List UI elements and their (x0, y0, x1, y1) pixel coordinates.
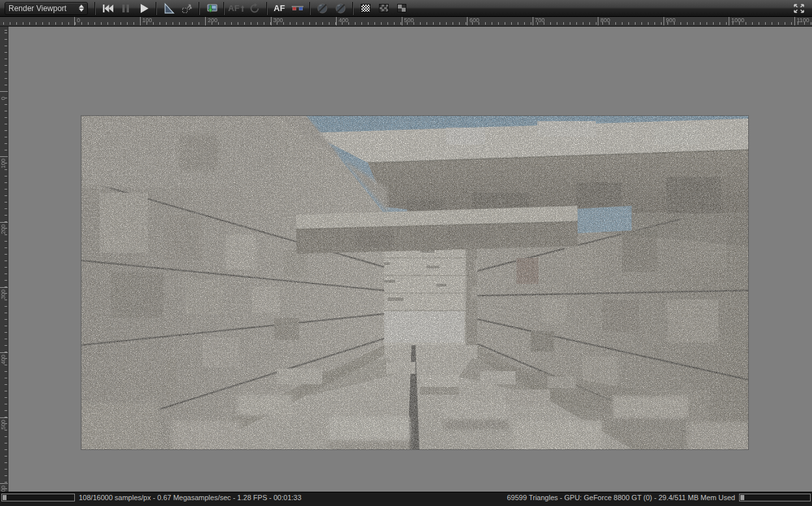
region-render-button[interactable] (178, 1, 196, 16)
toolbar-separator (309, 2, 311, 15)
vertical-ruler: 0100200300400500600 (0, 27, 8, 492)
ruler-label: 100 (140, 17, 206, 25)
render-viewport-window: Render Viewport (0, 0, 812, 506)
circular-arrow-icon (248, 2, 261, 15)
ruler-label: 0 (74, 17, 140, 25)
quad-squares-icon (397, 4, 406, 12)
toolbar: Render Viewport (0, 0, 812, 17)
play-render-button[interactable] (135, 1, 153, 16)
set-square-icon (162, 2, 175, 15)
autofocus-label: AF (273, 3, 285, 13)
toolbar-separator (94, 2, 96, 15)
toolbar-separator (199, 2, 200, 15)
horizontal-ruler: 010020030040050060070080090010001100 (0, 17, 812, 26)
ruler-label: 400 (0, 352, 8, 417)
toolbar-separator (266, 2, 268, 15)
ruler-label: 600 (467, 17, 533, 25)
scene-stats-text: 69599 Triangles - GPU: GeForce 8800 GT (… (503, 494, 739, 501)
pause-icon (119, 2, 132, 15)
ruler-label: 200 (205, 17, 271, 25)
ruler-label: 1100 (794, 17, 812, 25)
autofocus-lock-label: AF (228, 3, 239, 13)
pause-render-button[interactable] (117, 1, 135, 16)
dropdown-spinner-icon[interactable] (79, 5, 84, 12)
toolbar-separator (352, 2, 354, 15)
focus-picker-button[interactable] (160, 1, 178, 16)
save-image-button[interactable] (203, 1, 221, 16)
ruler-label: 0 (0, 91, 8, 156)
coarse-checkerboard-icon (379, 4, 389, 12)
ruler-label: 400 (336, 17, 402, 25)
refresh-focus-button[interactable] (245, 1, 264, 16)
ruler-label: 500 (402, 17, 468, 25)
ruler-label: 800 (598, 17, 664, 25)
3d-glasses-icon (290, 2, 305, 15)
ruler-label: 700 (533, 17, 598, 25)
render-progress-fill (3, 495, 7, 500)
render-stats-text: 108/16000 samples/px - 0.67 Megasamples/… (75, 494, 305, 501)
stereo-left-eye-button[interactable] (313, 1, 331, 16)
skip-to-start-icon (101, 2, 114, 15)
status-bar: 108/16000 samples/px - 0.67 Megasamples/… (0, 492, 812, 502)
fine-checker-background-button[interactable] (356, 1, 374, 16)
quad-view-button[interactable] (393, 1, 411, 16)
ruler-label: 1000 (729, 17, 794, 25)
play-icon (137, 2, 150, 15)
ruler-label: 500 (0, 417, 8, 483)
ruler-label: 100 (0, 156, 8, 221)
render-target-dropdown-value: Render Viewport (8, 4, 79, 13)
fullscreen-button[interactable] (790, 1, 808, 16)
restart-render-button[interactable] (98, 1, 117, 16)
horizontal-ruler-labels: 010020030040050060070080090010001100 (74, 17, 812, 26)
ruler-label: 300 (271, 17, 337, 25)
anaglyph-stereo-button[interactable] (288, 1, 307, 16)
up-arrow-icon (240, 5, 245, 12)
render-progress-bar (1, 494, 75, 501)
autofocus-button[interactable]: AF (270, 1, 288, 16)
memory-progress-fill (740, 495, 744, 500)
ruler-label: 600 (0, 483, 8, 492)
render-target-dropdown[interactable]: Render Viewport (5, 2, 88, 15)
vertical-ruler-labels: 0100200300400500600 (0, 91, 8, 492)
scene-noise-grain (81, 116, 748, 449)
autofocus-lock-button[interactable]: AF (227, 1, 245, 16)
ruler-label: 900 (664, 17, 729, 25)
render-image[interactable] (81, 116, 748, 449)
memory-progress-bar (739, 494, 811, 501)
save-image-icon (205, 2, 218, 15)
resize-region-icon (180, 2, 193, 15)
ruler-label: 300 (0, 287, 8, 352)
stereo-right-eye-button[interactable] (331, 1, 350, 16)
ruler-label: 200 (0, 222, 8, 287)
fine-checkerboard-icon (361, 4, 371, 12)
coarse-checker-background-button[interactable] (374, 1, 393, 16)
sphere-slash-icon (334, 2, 347, 15)
sphere-slash-icon (316, 2, 329, 15)
toolbar-separator (223, 2, 225, 15)
toolbar-separator (156, 2, 157, 15)
viewport-background[interactable] (8, 27, 812, 492)
expand-arrows-icon (793, 3, 805, 14)
